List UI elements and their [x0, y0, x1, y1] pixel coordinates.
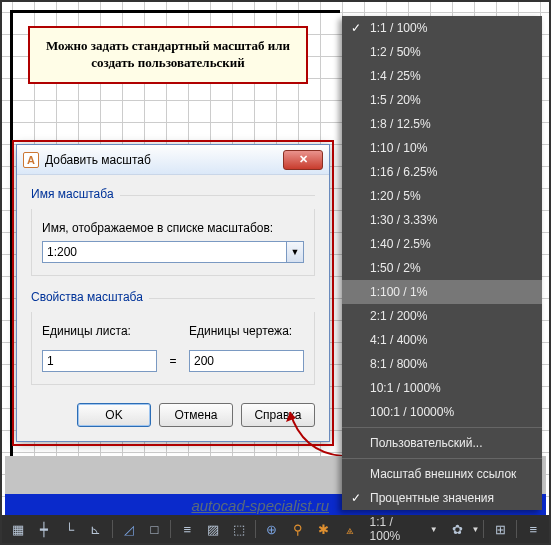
- equals-sign: =: [167, 354, 179, 368]
- autoscale-icon[interactable]: ⟁: [338, 518, 362, 540]
- scale-context-menu: 1:1 / 100%1:2 / 50%1:4 / 25%1:5 / 20%1:8…: [342, 16, 542, 510]
- scale-name-group-label: Имя масштаба: [31, 187, 120, 201]
- transparency-icon[interactable]: ▨: [201, 518, 225, 540]
- annotation-text: Можно задать стандартный масштаб или соз…: [46, 38, 290, 70]
- scale-menu-item[interactable]: 1:1 / 100%: [342, 16, 542, 40]
- separator: [483, 520, 484, 538]
- grid-display-icon[interactable]: ▦: [6, 518, 30, 540]
- scale-menu-item[interactable]: 1:16 / 6.25%: [342, 160, 542, 184]
- cancel-button[interactable]: Отмена: [159, 403, 233, 427]
- paper-units-input[interactable]: [42, 350, 157, 372]
- close-icon: ✕: [299, 153, 308, 166]
- scale-menu-item[interactable]: 10:1 / 1000%: [342, 376, 542, 400]
- separator: [255, 520, 256, 538]
- scale-menu-item[interactable]: 1:40 / 2.5%: [342, 232, 542, 256]
- workspace-switching-icon[interactable]: ✿: [446, 518, 470, 540]
- scale-menu-item[interactable]: 1:5 / 20%: [342, 88, 542, 112]
- watermark-url: autocad-specialist.ru: [191, 497, 329, 514]
- chevron-down-icon: ▼: [430, 525, 438, 534]
- ortho-mode-icon[interactable]: └: [58, 518, 82, 540]
- ok-button[interactable]: OK: [77, 403, 151, 427]
- separator: [112, 520, 113, 538]
- add-scale-dialog: A Добавить масштаб ✕ Имя масштаба Имя, о…: [16, 144, 330, 442]
- annotation-callout: Можно задать стандартный масштаб или соз…: [28, 26, 308, 84]
- scale-menu-item[interactable]: 100:1 / 10000%: [342, 400, 542, 424]
- scale-value: 1:1 / 100%: [370, 515, 427, 543]
- lock-ui-icon[interactable]: ⊞: [488, 518, 512, 540]
- dialog-titlebar[interactable]: A Добавить масштаб ✕: [17, 145, 329, 175]
- object-snap-icon[interactable]: □: [142, 518, 166, 540]
- help-button[interactable]: Справка: [241, 403, 315, 427]
- menu-percent-values[interactable]: Процентные значения: [342, 486, 542, 510]
- customization-icon[interactable]: ≡: [521, 518, 545, 540]
- menu-xref-scale[interactable]: Масштаб внешних ссылок: [342, 462, 542, 486]
- polar-tracking-icon[interactable]: ⊾: [84, 518, 108, 540]
- chevron-down-icon: ▼: [291, 247, 300, 257]
- scale-selector[interactable]: 1:1 / 100% ▼: [364, 515, 444, 543]
- scale-name-dropdown-button[interactable]: ▼: [286, 241, 304, 263]
- status-bar: ▦ ┿ └ ⊾ ◿ □ ≡ ▨ ⬚ ⊕ ⚲ ✱ ⟁ 1:1 / 100% ▼ ✿…: [2, 515, 549, 543]
- scale-menu-item[interactable]: 1:100 / 1%: [342, 280, 542, 304]
- menu-separator: [342, 427, 542, 428]
- annotation-scale-icon[interactable]: ⚲: [286, 518, 310, 540]
- separator: [170, 520, 171, 538]
- app-icon: A: [23, 152, 39, 168]
- drawing-units-label: Единицы чертежа:: [189, 324, 304, 338]
- scale-menu-item[interactable]: 1:8 / 12.5%: [342, 112, 542, 136]
- scale-menu-item[interactable]: Пользовательский...: [342, 431, 542, 455]
- scale-menu-item[interactable]: 1:50 / 2%: [342, 256, 542, 280]
- menu-separator: [342, 458, 542, 459]
- scale-menu-item[interactable]: 1:20 / 5%: [342, 184, 542, 208]
- selection-cycling-icon[interactable]: ⬚: [227, 518, 251, 540]
- separator: [516, 520, 517, 538]
- annotation-visibility-icon[interactable]: ✱: [312, 518, 336, 540]
- name-field-label: Имя, отображаемое в списке масштабов:: [42, 221, 304, 235]
- scale-props-group-label: Свойства масштаба: [31, 290, 149, 304]
- lineweight-icon[interactable]: ≡: [175, 518, 199, 540]
- drawing-units-input[interactable]: [189, 350, 304, 372]
- scale-menu-item[interactable]: 1:10 / 10%: [342, 136, 542, 160]
- scale-menu-item[interactable]: 1:30 / 3.33%: [342, 208, 542, 232]
- chevron-down-icon: ▼: [471, 525, 479, 534]
- annotation-monitor-icon[interactable]: ⊕: [260, 518, 284, 540]
- dialog-title: Добавить масштаб: [45, 153, 283, 167]
- paper-units-label: Единицы листа:: [42, 324, 157, 338]
- scale-menu-item[interactable]: 1:4 / 25%: [342, 64, 542, 88]
- scale-menu-item[interactable]: 2:1 / 200%: [342, 304, 542, 328]
- scale-name-input[interactable]: [42, 241, 286, 263]
- close-button[interactable]: ✕: [283, 150, 323, 170]
- scale-menu-item[interactable]: 4:1 / 400%: [342, 328, 542, 352]
- scale-menu-item[interactable]: 1:2 / 50%: [342, 40, 542, 64]
- scale-menu-item[interactable]: 8:1 / 800%: [342, 352, 542, 376]
- snap-mode-icon[interactable]: ┿: [32, 518, 56, 540]
- isoplane-icon[interactable]: ◿: [117, 518, 141, 540]
